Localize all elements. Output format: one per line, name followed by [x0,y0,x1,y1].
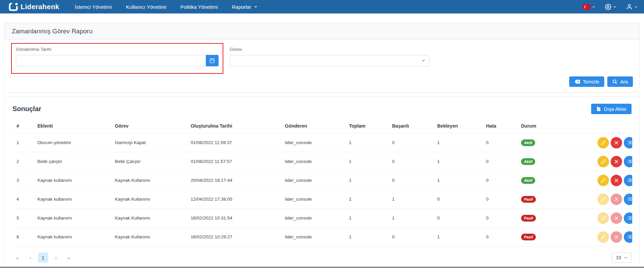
task-detail-button[interactable] [624,212,632,224]
backspace-icon [574,79,580,85]
cell-sender: lider_console [281,171,345,190]
delete-task-button [611,194,622,205]
cell-waiting: 1 [433,171,482,190]
filter-card-header: Zamanlanmış Görev Raporu [4,23,640,40]
nav-item-policy-management[interactable]: Politika Yönetimi [181,4,218,10]
collapse-card-button[interactable] [630,29,632,33]
cell-created: 12/04/2022 17:38:05 [187,190,281,209]
cell-error: 0 [482,209,517,228]
cell-task: Kaynak Kullanımı [111,228,187,246]
nav-item-label: İstemci Yönetimi [75,4,112,10]
cell-created: 16/02/2022 10:29:27 [187,228,281,246]
column-header-actions [592,119,632,133]
turkish-flag-icon [583,4,590,9]
search-button[interactable]: Ara [607,76,633,87]
brand-name: Liderahenk [21,3,59,11]
results-table: #EklentiGörevOluşturulma TarihiGönderenT… [12,119,632,246]
cell-sender: lider_console [281,190,345,209]
cell-no: 6 [12,228,33,246]
cell-status: Aktif [517,171,592,190]
cell-plugin: Betik çalıştır [33,152,111,171]
table-row: 1Oturum yönetimiİstemciyi Kapat01/06/202… [12,133,632,152]
filter-card-body: Gönderilme Tarihi [4,40,640,92]
search-button-label: Ara [620,79,628,85]
delete-task-button [611,212,622,224]
edit-task-button [598,194,609,205]
chevron-down-icon [623,256,628,260]
clear-button-label: Temizle [583,79,599,85]
cell-success: 1 [388,209,433,228]
open-calendar-button[interactable] [206,55,219,66]
cell-actions [592,133,632,152]
task-detail-button[interactable] [624,156,632,167]
top-navbar: Liderahenk İstemci Yönetimi Kullanıcı Yö… [0,0,644,13]
language-menu[interactable] [583,4,595,9]
cell-task: Betik Çalıştır [111,152,187,171]
nav-item-label: Politika Yönetimi [181,4,218,10]
cell-created: 01/06/2022 11:59:37 [187,133,281,152]
x-icon [614,216,619,221]
chevron-down-icon [634,5,638,9]
delete-task-button[interactable] [611,156,622,167]
task-detail-button[interactable] [624,194,632,205]
task-detail-button[interactable] [624,175,632,186]
cell-actions [592,190,632,209]
cell-error: 0 [482,171,517,190]
column-header: Başarılı [388,119,433,133]
cell-success: 0 [388,133,433,152]
cell-plugin: Kaynak kullanımı [33,228,111,246]
next-page-button[interactable]: › [51,253,61,263]
cell-no: 4 [12,190,33,209]
cell-status: Pasif [517,209,592,228]
status-badge: Pasif [521,215,536,222]
current-page-button[interactable]: 1 [38,253,48,263]
previous-page-button[interactable]: ‹ [25,253,35,263]
column-header: Gönderen [281,119,345,133]
cell-success: 0 [388,228,433,246]
table-row: 3Kaynak kullanımıKaynak Kullanımı20/04/2… [12,171,632,190]
results-title: Sonuçlar [12,105,41,113]
cell-status: Aktif [517,133,592,152]
cell-error: 0 [482,190,517,209]
clear-button[interactable]: Temizle [569,76,604,87]
navbar-right [583,4,638,10]
cell-success: 1 [388,190,433,209]
cell-plugin: Kaynak kullanımı [33,209,111,228]
cell-error: 0 [482,133,517,152]
column-header: Görev [111,119,187,133]
user-icon [626,4,633,10]
first-page-button[interactable]: « [12,253,23,263]
brand-logo[interactable]: Liderahenk [9,2,59,11]
nav-item-label: Raporlar [232,4,251,10]
edit-task-button [598,212,609,224]
task-label: Görev [230,47,429,52]
task-detail-button[interactable] [624,137,632,148]
send-date-input[interactable] [16,55,206,66]
cell-created: 16/02/2022 10:31:54 [187,209,281,228]
account-menu[interactable] [626,4,638,10]
edit-task-button[interactable] [598,137,609,148]
column-header: Durum [517,119,592,133]
pencil-icon [601,140,606,145]
nav-item-client-management[interactable]: İstemci Yönetimi [75,4,112,10]
nav-item-reports[interactable]: Raporlar [232,4,258,10]
cell-task: İstemciyi Kapat [111,133,187,152]
pencil-icon [601,215,606,221]
nav-item-user-management[interactable]: Kullanıcı Yönetimi [126,4,166,10]
export-button[interactable]: x Dışa Aktar [591,104,632,114]
cell-created: 01/06/2022 11:57:57 [187,152,281,171]
settings-menu[interactable] [605,4,617,10]
x-icon [614,178,619,183]
cell-no: 2 [12,152,33,171]
delete-task-button[interactable] [611,175,622,186]
delete-task-button[interactable] [611,137,622,148]
last-page-button[interactable]: » [64,253,74,263]
cell-sender: lider_console [281,228,345,246]
task-select[interactable] [230,55,429,66]
task-detail-button[interactable] [624,231,632,243]
delete-task-button [611,231,622,243]
edit-task-button[interactable] [598,175,609,186]
edit-task-button[interactable] [598,156,609,167]
page-size-select[interactable]: 10 [612,253,632,263]
status-badge: Pasif [521,234,536,240]
